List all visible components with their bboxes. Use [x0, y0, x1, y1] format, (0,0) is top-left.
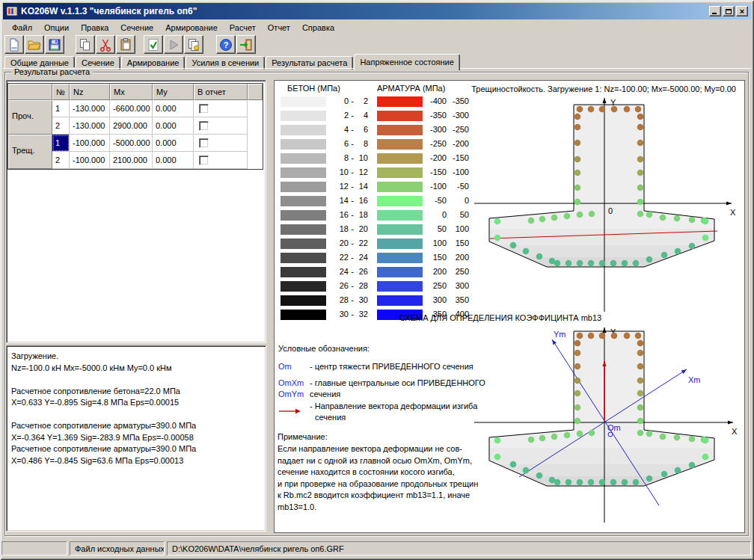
menu-bar: Файл Опции Правка Сечение Армирование Ра…: [3, 20, 751, 34]
column-header-report: В отчет: [194, 84, 248, 100]
svg-text:?: ?: [224, 40, 229, 49]
vector-text-2: сечения: [315, 413, 346, 422]
report-checkbox[interactable]: [199, 104, 209, 114]
svg-text:0: 0: [608, 206, 613, 215]
cell-mx[interactable]: -6600.000: [110, 100, 153, 117]
menu-reinforcement[interactable]: Армирование: [159, 22, 224, 34]
menu-calculation[interactable]: Расчет: [224, 22, 262, 34]
title-bar[interactable]: KO206W v.1.1.3 "челябинск ригель оп6" ×: [3, 3, 751, 19]
minimize-button[interactable]: [709, 6, 721, 16]
toolbar-help-button[interactable]: ?: [216, 35, 236, 54]
stress-diagram-panel: БЕТОН (МПа) АРМАТУРА (МПа) 0-22-44-66-88…: [274, 80, 745, 533]
omym-symbol: OmYm: [278, 390, 304, 399]
report-checkbox[interactable]: [199, 156, 209, 165]
status-panel-empty: [1, 541, 67, 556]
status-bar: Файл исходных данных D:\KO206W\DATA\челя…: [0, 538, 754, 558]
report-checkbox[interactable]: [199, 121, 209, 131]
window-title: KO206W v.1.1.3 "челябинск ригель оп6": [21, 6, 197, 16]
cell-mx[interactable]: 2100.000: [110, 152, 153, 169]
column-header-spacer: [248, 84, 263, 100]
app-icon: [6, 5, 18, 17]
row-group-label[interactable]: Проч.: [8, 100, 52, 135]
table-corner-cell: [8, 84, 52, 100]
cell-report[interactable]: [194, 135, 248, 152]
paste-icon: [118, 37, 133, 52]
toolbar-new-button[interactable]: [4, 35, 24, 54]
cell-spacer: [248, 117, 263, 135]
note-title: Примечание:: [278, 432, 328, 441]
menu-edit[interactable]: Правка: [75, 22, 114, 34]
toolbar-save-button[interactable]: [45, 35, 64, 54]
menu-section[interactable]: Сечение: [114, 22, 159, 34]
toolbar-copy-button[interactable]: [76, 35, 95, 54]
cut-icon: [98, 37, 113, 52]
toolbar-run-button[interactable]: [164, 35, 183, 54]
menu-options[interactable]: Опции: [38, 22, 75, 34]
toolbar-cut-button[interactable]: [96, 35, 115, 54]
cell-num[interactable]: 2: [52, 117, 70, 135]
menu-file[interactable]: Файл: [6, 22, 38, 34]
omxm-text: - главные центральные оси ПРИВЕДЕННОГО: [310, 378, 485, 387]
annotations-title: Условные обозначения:: [278, 344, 370, 353]
section-2: XYXmYmOm: [474, 327, 738, 523]
close-button[interactable]: ×: [736, 6, 748, 16]
maximize-icon: [726, 9, 732, 14]
svg-text:Xm: Xm: [688, 375, 701, 384]
svg-text:X: X: [732, 427, 738, 436]
toolbar-group: [144, 35, 204, 54]
toolbar-check-button[interactable]: [144, 35, 163, 54]
menu-report[interactable]: Отчет: [262, 22, 296, 34]
column-header-nz: Nz: [70, 84, 110, 100]
deformation-vector-icon: [278, 407, 303, 416]
tab-strip: Общие данные Сечение Армирование Усилия …: [3, 53, 751, 70]
toolbar-paste-button[interactable]: [116, 35, 135, 54]
report-icon: [186, 37, 201, 52]
cell-nz[interactable]: -100.000: [70, 135, 110, 152]
cell-nz[interactable]: -130.000: [70, 117, 110, 135]
exit-icon: [239, 37, 254, 52]
status-panel-path: D:\KO206W\DATA\челябинск ригель оп6.GRF: [167, 541, 751, 556]
cell-spacer: [248, 135, 263, 152]
omxm-symbol: OmXm: [278, 378, 304, 387]
close-icon: ×: [740, 7, 744, 15]
toolbar-group: ?: [216, 35, 257, 54]
svg-text:Ym: Ym: [554, 330, 566, 339]
cell-mx[interactable]: 2900.000: [110, 117, 153, 135]
omym-text: сечения: [310, 390, 340, 399]
row-group-label[interactable]: Трещ.: [8, 135, 52, 169]
toolbar: ?: [3, 35, 751, 55]
toolbar-open-button[interactable]: [25, 35, 44, 54]
check-icon: [146, 37, 161, 52]
copy-icon: [78, 37, 93, 52]
column-header-mx: Mx: [110, 84, 153, 100]
cell-num[interactable]: 1: [52, 135, 70, 152]
cell-my[interactable]: 0.000: [153, 152, 194, 169]
cell-num[interactable]: 1: [52, 100, 70, 117]
toolbar-group: [4, 35, 65, 54]
om-text: - центр тяжести ПРИВЕДЕННОГО сечения: [310, 362, 473, 371]
open-icon: [27, 37, 42, 52]
maximize-button[interactable]: [723, 6, 735, 16]
menu-help[interactable]: Справка: [296, 22, 340, 34]
cell-spacer: [248, 100, 263, 117]
cell-num[interactable]: 2: [52, 152, 70, 169]
details-text-panel: Загружение. Nz=-100.0 кН Mx=-5000.0 кНм …: [6, 345, 266, 532]
vector-text-1: - Направление вектора деформации изгиба: [310, 401, 477, 410]
cell-my[interactable]: 0.000: [153, 117, 194, 135]
toolbar-report-button[interactable]: [184, 35, 203, 54]
cell-report[interactable]: [194, 100, 248, 117]
cell-report[interactable]: [194, 152, 248, 169]
tab-stress-state[interactable]: Напряженное состояние: [354, 54, 459, 70]
cell-my[interactable]: 0.000: [153, 135, 194, 152]
cell-nz[interactable]: -130.000: [70, 100, 110, 117]
cell-nz[interactable]: -100.000: [70, 152, 110, 169]
run-icon: [166, 37, 181, 52]
cell-my[interactable]: 0.000: [153, 100, 194, 117]
toolbar-exit-button[interactable]: [236, 35, 256, 54]
cell-report[interactable]: [194, 117, 248, 135]
cell-mx[interactable]: -5000.000: [110, 135, 153, 152]
report-checkbox[interactable]: [199, 138, 209, 148]
svg-text:Y: Y: [610, 98, 616, 107]
new-icon: [7, 37, 22, 52]
status-panel-label: Файл исходных данных: [70, 541, 165, 556]
